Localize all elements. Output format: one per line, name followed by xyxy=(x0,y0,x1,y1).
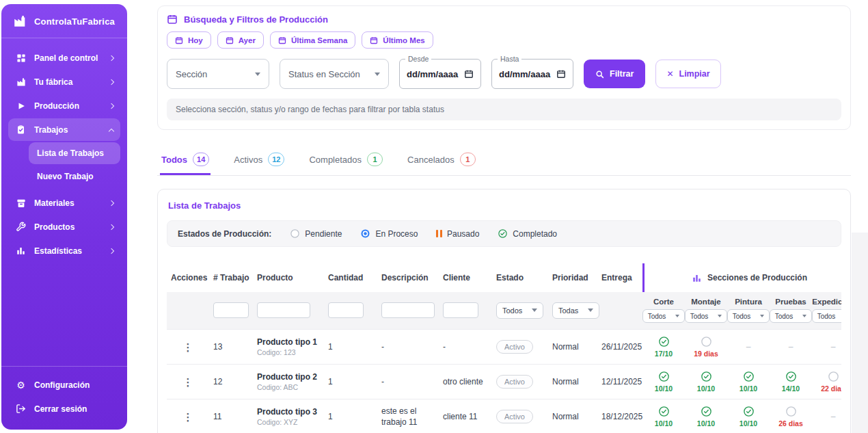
section-status: 17/10 xyxy=(642,336,685,358)
seccion-select[interactable]: Sección xyxy=(167,59,269,89)
description-filter-input[interactable] xyxy=(381,302,435,318)
sidebar-item-configuracion[interactable]: ⚙ Configuración xyxy=(8,373,120,396)
quantity-filter-input[interactable] xyxy=(328,302,364,318)
status-badge: Activo xyxy=(496,410,533,423)
chevron-right-icon xyxy=(109,55,114,60)
product-cell: Producto tipo 1Codigo: 123 xyxy=(253,337,324,356)
desde-date-input[interactable]: Desde dd/mm/aaaa xyxy=(399,59,481,89)
product-code: Codigo: XYZ xyxy=(257,418,324,426)
calendar-picker-icon[interactable] xyxy=(464,69,474,79)
product-code: Codigo: ABC xyxy=(257,383,324,391)
delivery-date: 18/12/2025 xyxy=(597,412,642,421)
chevron-down-icon xyxy=(255,73,260,76)
bar-chart-icon xyxy=(15,245,27,257)
box-icon xyxy=(15,197,27,209)
production-states-legend: Estados de Producción: Pendiente En Proc… xyxy=(167,220,841,247)
status-done-icon xyxy=(658,406,670,417)
product-cell: Producto tipo 3Codigo: XYZ xyxy=(253,407,324,426)
quick-filter-ultima-semana[interactable]: Última Semana xyxy=(270,31,355,49)
section-status: 10/10 xyxy=(727,406,770,428)
section-status: 10/10 xyxy=(642,406,685,428)
pintura-filter-select[interactable]: Todos xyxy=(727,309,770,323)
filter-helper-text: Selecciona sección, status y/o rango de … xyxy=(167,99,841,120)
sidebar-item-trabajos[interactable]: Trabajos xyxy=(8,118,120,141)
sidebar-item-productos[interactable]: Productos xyxy=(8,215,120,238)
expedicion-filter-select[interactable]: Todos xyxy=(812,309,841,323)
sidebar-item-lista-de-trabajos[interactable]: Lista de Trabajos xyxy=(29,142,120,164)
product-code: Codigo: 123 xyxy=(257,348,324,356)
section-status-empty: – xyxy=(727,342,770,352)
limpiar-button[interactable]: ✕ Limpiar xyxy=(655,60,720,88)
tab-completados[interactable]: Completados 1 xyxy=(308,150,384,175)
row-actions-button[interactable]: ⋮ xyxy=(179,374,198,390)
brand-name: ControlaTuFabrica xyxy=(34,16,115,27)
status-paused-icon xyxy=(436,230,442,237)
sidebar-nav: Panel de control Tu fábrica Producción T… xyxy=(1,38,127,366)
section-status: 10/10 xyxy=(642,371,685,393)
table-row: ⋮11Producto tipo 3Codigo: XYZ1este es el… xyxy=(167,399,841,433)
logout-icon xyxy=(15,403,27,415)
montaje-filter-select[interactable]: Todos xyxy=(685,309,728,323)
quick-filters: Hoy Ayer Última Semana Último Mes xyxy=(167,31,841,49)
product-filter-input[interactable] xyxy=(257,302,310,318)
filters-card: Búsqueda y Filtros de Producción Hoy Aye… xyxy=(157,5,851,130)
status-inprocess-icon xyxy=(360,228,370,239)
quick-filter-ayer[interactable]: Ayer xyxy=(217,31,264,49)
legend-completado: Completado xyxy=(498,228,557,239)
trabajos-submenu: Lista de Trabajos Nuevo Trabajo xyxy=(29,142,120,187)
delivery-date: 12/11/2025 xyxy=(597,377,642,386)
corte-filter-select[interactable]: Todos xyxy=(642,309,686,323)
table-header-row: Acciones # Trabajo Producto Cantidad Des… xyxy=(167,263,841,292)
calendar-icon xyxy=(167,14,178,25)
sidebar-item-materiales[interactable]: Materiales xyxy=(8,192,120,214)
quantity: 1 xyxy=(324,412,377,421)
chevron-right-icon xyxy=(109,224,114,229)
tab-activos[interactable]: Activos 12 xyxy=(232,150,286,175)
section-column-pintura: Pintura Todos xyxy=(727,298,770,323)
app-logo: ControlaTuFabrica xyxy=(1,4,127,38)
factory-icon xyxy=(15,76,27,88)
client: - xyxy=(439,342,492,352)
status-seccion-select[interactable]: Status en Sección xyxy=(280,59,389,89)
sidebar-item-panel-de-control[interactable]: Panel de control xyxy=(8,47,120,69)
chevron-right-icon xyxy=(109,248,114,253)
job-number-filter-input[interactable] xyxy=(213,302,249,318)
filtrar-button[interactable]: Filtrar xyxy=(584,60,645,88)
table-row: ⋮12Producto tipo 2Codigo: ABC1-otro clie… xyxy=(167,364,841,399)
sidebar-item-tu-fabrica[interactable]: Tu fábrica xyxy=(8,70,120,93)
sidebar-item-cerrar-sesion[interactable]: Cerrar sesión xyxy=(8,397,120,420)
quick-filter-hoy[interactable]: Hoy xyxy=(167,31,211,49)
tab-todos[interactable]: Todos 14 xyxy=(160,150,211,175)
legend-pausado: Pausado xyxy=(436,229,479,239)
row-actions-button[interactable]: ⋮ xyxy=(179,339,198,355)
table-body: ⋮13Producto tipo 1Codigo: 1231--ActivoNo… xyxy=(167,329,841,433)
status-badge: Activo xyxy=(496,340,533,354)
status-pending-icon xyxy=(290,228,300,239)
sidebar: ControlaTuFabrica Panel de control Tu fá… xyxy=(1,4,127,430)
section-status: 10/10 xyxy=(727,371,770,393)
prioridad-filter-select[interactable]: Todas xyxy=(552,302,599,319)
tab-count-badge: 1 xyxy=(367,153,383,166)
status-badge: Activo xyxy=(496,375,533,389)
estado-filter-select[interactable]: Todos xyxy=(496,302,543,319)
table-filter-row: Todos Todas Corte Todos Montaje Todos Pi… xyxy=(167,292,841,329)
row-actions-button[interactable]: ⋮ xyxy=(179,409,198,425)
client-filter-input[interactable] xyxy=(443,302,478,318)
chevron-down-icon xyxy=(718,315,722,317)
section-status: 22 dias xyxy=(812,371,841,393)
pruebas-filter-select[interactable]: Todos xyxy=(770,309,813,323)
tab-cancelados[interactable]: Cancelados 1 xyxy=(406,150,477,175)
quick-filter-ultimo-mes[interactable]: Último Mes xyxy=(362,31,433,49)
hasta-date-input[interactable]: Hasta dd/mm/aaaa xyxy=(491,59,573,89)
sidebar-item-estadisticas[interactable]: Estadísticas xyxy=(8,239,120,262)
status-pending-icon xyxy=(785,406,797,417)
filters-title: Búsqueda y Filtros de Producción xyxy=(167,14,841,25)
legend-en-proceso: En Proceso xyxy=(360,228,418,239)
sidebar-item-nuevo-trabajo[interactable]: Nuevo Trabajo xyxy=(29,166,120,187)
priority: Normal xyxy=(548,377,597,386)
calendar-picker-icon[interactable] xyxy=(556,69,566,79)
close-icon: ✕ xyxy=(666,69,673,79)
quantity: 1 xyxy=(324,342,377,352)
sidebar-item-produccion[interactable]: Producción xyxy=(8,94,120,117)
chevron-down-icon xyxy=(532,309,537,312)
